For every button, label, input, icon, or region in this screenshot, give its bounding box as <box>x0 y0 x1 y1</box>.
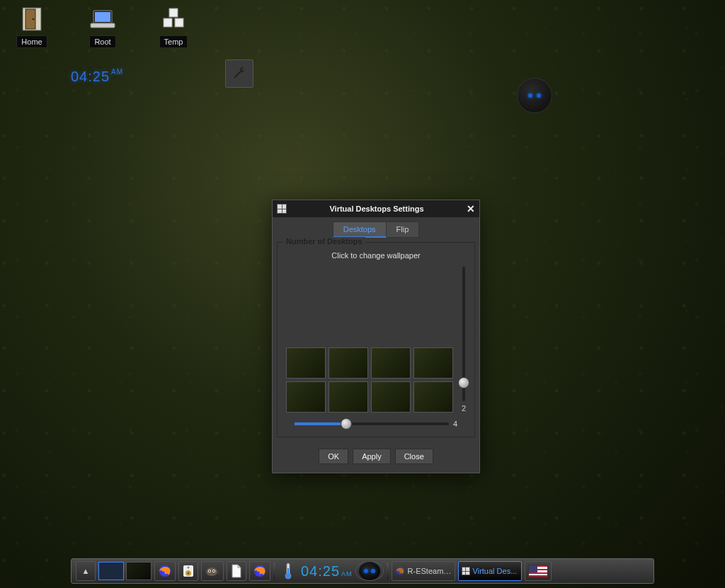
svg-point-18 <box>213 570 215 572</box>
close-button[interactable]: Close <box>395 449 433 464</box>
app-icon <box>462 567 470 575</box>
boxes-icon <box>159 6 188 33</box>
show-desktop-button[interactable]: ▲ <box>76 561 96 581</box>
svg-point-17 <box>209 570 210 572</box>
svg-point-22 <box>285 573 291 579</box>
desktop-cell[interactable] <box>371 381 411 413</box>
desktop-icon-home[interactable]: Home <box>7 6 57 48</box>
taskbar-eyes[interactable] <box>355 561 384 581</box>
eye-icon <box>364 569 368 573</box>
svg-rect-7 <box>164 18 172 27</box>
firefox-icon <box>395 566 405 576</box>
wallpaper-hint: Click to change wallpaper <box>283 251 469 260</box>
svg-rect-8 <box>175 18 183 27</box>
tab-flip[interactable]: Flip <box>387 221 420 238</box>
desktop-icon-temp[interactable]: Temp <box>149 6 198 48</box>
desktop-icons: Home Root Temp <box>7 6 198 48</box>
apply-button[interactable]: Apply <box>353 449 391 464</box>
task-label: R-ESteam… <box>408 567 452 575</box>
music-launcher[interactable] <box>178 561 198 581</box>
tab-desktops[interactable]: Desktops <box>333 221 387 238</box>
svg-rect-6 <box>169 8 178 17</box>
desktop-cell[interactable] <box>413 381 453 413</box>
pager-cell-active[interactable] <box>98 562 124 580</box>
virtual-desktops-window: Virtual Desktops Settings ✕ Desktops Fli… <box>272 200 480 473</box>
eye-icon <box>528 93 532 98</box>
columns-value: 4 <box>453 420 457 428</box>
desktop-icon-label: Home <box>16 35 47 48</box>
clock-time: 04:25 <box>301 563 340 580</box>
desktop-cell[interactable] <box>329 381 368 413</box>
desktop-grid <box>286 347 453 413</box>
speaker-icon <box>182 564 195 578</box>
taskbar-pager <box>98 562 152 580</box>
task-button-virtual-desktops[interactable]: Virtual Des... <box>458 561 522 581</box>
firefox-icon <box>253 564 267 578</box>
firefox-icon <box>158 564 172 578</box>
desktop-icon-label: Temp <box>159 35 188 48</box>
us-flag-icon <box>528 565 548 577</box>
task-label: Virtual Des... <box>473 567 518 575</box>
clock-time: 04:25 <box>71 69 110 84</box>
door-icon <box>17 6 47 33</box>
taskbar-separator <box>387 563 389 580</box>
desktop-cell[interactable] <box>329 347 368 379</box>
columns-slider[interactable] <box>295 422 449 425</box>
temperature-widget[interactable] <box>278 561 298 581</box>
firefox-launcher[interactable] <box>154 561 176 581</box>
rows-value: 2 <box>462 404 466 413</box>
svg-rect-5 <box>91 23 115 28</box>
gimp-icon <box>205 565 220 577</box>
svg-point-14 <box>206 567 217 576</box>
svg-point-12 <box>188 572 190 575</box>
app-icon <box>277 204 287 214</box>
thermometer-icon <box>285 563 292 580</box>
tab-bar: Desktops Flip <box>273 217 479 238</box>
titlebar[interactable]: Virtual Desktops Settings ✕ <box>273 200 479 217</box>
wrench-icon <box>231 65 248 82</box>
laptop-icon <box>88 6 118 33</box>
desktop-icon-label: Root <box>89 35 115 48</box>
document-icon <box>231 564 242 578</box>
slider-thumb[interactable] <box>458 377 469 388</box>
chevron-up-icon: ▲ <box>82 567 90 575</box>
keyboard-layout[interactable] <box>525 561 552 581</box>
eye-icon <box>537 93 541 98</box>
desktop-cell[interactable] <box>371 347 411 379</box>
taskbar: ▲ 04:25AM <box>71 558 654 584</box>
settings-gadget[interactable] <box>225 59 253 88</box>
group-label: Number of Desktops <box>283 237 365 246</box>
dialog-buttons: OK Apply Close <box>273 442 479 473</box>
desktop-cell[interactable] <box>286 347 326 379</box>
eyes-gadget[interactable] <box>517 78 552 113</box>
document-launcher[interactable] <box>227 561 246 581</box>
svg-point-13 <box>188 567 190 569</box>
number-of-desktops-group: Number of Desktops Click to change wallp… <box>277 242 475 437</box>
slider-thumb[interactable] <box>341 418 352 430</box>
desktop-cell[interactable] <box>286 381 326 413</box>
firefox-launcher-2[interactable] <box>249 561 270 581</box>
clock-ampm: AM <box>341 570 353 577</box>
taskbar-separator <box>273 563 275 580</box>
gimp-launcher[interactable] <box>201 561 224 581</box>
svg-rect-4 <box>95 12 110 22</box>
desktop-icon-root[interactable]: Root <box>78 6 127 48</box>
pager-cell[interactable] <box>126 562 152 580</box>
clock-ampm: AM <box>111 68 123 76</box>
desktop-cell[interactable] <box>413 347 453 379</box>
rows-slider[interactable] <box>462 267 465 401</box>
window-title: Virtual Desktops Settings <box>287 204 467 213</box>
clock-widget[interactable]: 04:25AM <box>71 68 123 85</box>
ok-button[interactable]: OK <box>319 449 348 464</box>
task-button-resteam[interactable]: R-ESteam… <box>392 561 455 581</box>
taskbar-clock[interactable]: 04:25AM <box>301 563 353 580</box>
close-icon[interactable]: ✕ <box>467 203 475 214</box>
eye-icon <box>371 569 375 573</box>
svg-point-2 <box>33 18 35 21</box>
